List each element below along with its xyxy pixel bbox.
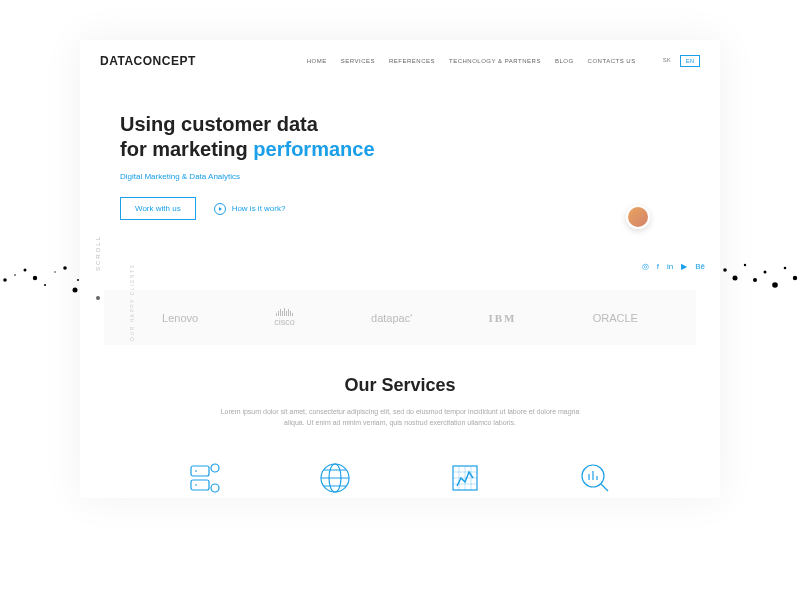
hero-section: Using customer data for marketing perfor… [80, 82, 720, 230]
svg-point-79 [793, 276, 797, 280]
services-section: Our Services Lorem ipsum dolor sit amet,… [80, 345, 720, 438]
svg-point-78 [784, 267, 787, 270]
svg-point-6 [63, 266, 67, 270]
main-nav: HOME SERVICES REFERENCES TECHNOLOGY & PA… [307, 55, 700, 67]
svg-rect-111 [191, 466, 209, 476]
social-links: ◎ f in ▶ Bē [642, 262, 705, 271]
svg-point-4 [44, 284, 46, 286]
social-linkedin-icon[interactable]: in [667, 262, 673, 271]
svg-point-3 [33, 276, 37, 280]
client-ibm: IBM [488, 312, 516, 324]
svg-point-0 [3, 278, 7, 282]
nav-technology[interactable]: TECHNOLOGY & PARTNERS [449, 58, 541, 64]
client-cisco: cisco [274, 308, 295, 327]
page-container: DATACONCEPT HOME SERVICES REFERENCES TEC… [80, 40, 720, 498]
avatar[interactable] [626, 205, 650, 229]
svg-point-75 [753, 278, 757, 282]
logo[interactable]: DATACONCEPT [100, 54, 196, 68]
work-with-us-button[interactable]: Work with us [120, 197, 196, 220]
client-datapac: datapac• [371, 312, 412, 324]
social-behance-icon[interactable]: Bē [695, 262, 705, 271]
svg-point-1 [14, 274, 16, 276]
lang-sk[interactable]: SK [658, 55, 676, 67]
nav-home[interactable]: HOME [307, 58, 327, 64]
svg-point-77 [772, 282, 778, 288]
svg-point-74 [744, 264, 746, 266]
header: DATACONCEPT HOME SERVICES REFERENCES TEC… [80, 40, 720, 82]
svg-point-114 [211, 484, 219, 492]
svg-point-5 [54, 271, 55, 272]
service-icon-data [185, 458, 225, 498]
svg-point-2 [24, 269, 27, 272]
services-description: Lorem ipsum dolor sit amet, consectetur … [220, 406, 580, 428]
svg-point-73 [733, 276, 738, 281]
service-icon-analytics [575, 458, 615, 498]
nav-contact[interactable]: CONTACTS US [588, 58, 636, 64]
service-icon-globe [315, 458, 355, 498]
nav-references[interactable]: REFERENCES [389, 58, 435, 64]
social-youtube-icon[interactable]: ▶ [681, 262, 687, 271]
services-title: Our Services [140, 375, 660, 396]
clients-strip: Lenovo cisco datapac• IBM ORACLE [104, 290, 696, 345]
nav-services[interactable]: SERVICES [341, 58, 375, 64]
scroll-indicator-label: SCROLL [95, 235, 101, 271]
service-icon-chart [445, 458, 485, 498]
svg-point-7 [73, 288, 78, 293]
cta-row: Work with us How is it work? [120, 197, 680, 220]
svg-point-8 [77, 279, 79, 281]
svg-rect-112 [191, 480, 209, 490]
hero-headline: Using customer data for marketing perfor… [120, 112, 680, 162]
social-instagram-icon[interactable]: ◎ [642, 262, 649, 271]
clients-label: OUR HAPPY CLIENTS [129, 264, 135, 341]
client-lenovo: Lenovo [162, 312, 198, 324]
scroll-indicator-dot [96, 296, 100, 300]
nav-blog[interactable]: BLOG [555, 58, 574, 64]
play-icon [214, 203, 226, 215]
lang-en[interactable]: EN [680, 55, 700, 67]
service-icons-row [80, 438, 720, 498]
svg-point-72 [723, 268, 727, 272]
client-oracle: ORACLE [593, 312, 638, 324]
language-switcher: SK EN [658, 55, 700, 67]
how-it-works-link[interactable]: How is it work? [214, 203, 286, 215]
hero-subtitle: Digital Marketing & Data Analytics [120, 172, 680, 181]
svg-point-76 [764, 271, 767, 274]
svg-point-113 [211, 464, 219, 472]
social-facebook-icon[interactable]: f [657, 262, 659, 271]
